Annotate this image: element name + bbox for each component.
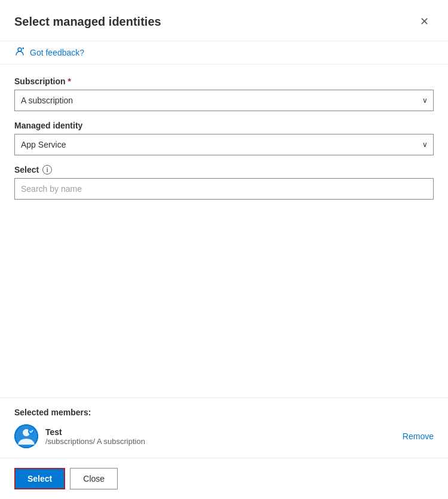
select-field-label: Select i [14,165,434,175]
dialog-header: Select managed identities ✕ [0,0,448,41]
subscription-dropdown[interactable]: A subscription [14,90,434,111]
selected-members-section: Selected members: Test /subscriptions/ A… [0,397,448,458]
selected-members-title: Selected members: [14,408,434,417]
dialog-body: Subscription * A subscription ∨ Managed … [0,65,448,397]
managed-identity-dropdown[interactable]: App Service [14,134,434,155]
required-indicator: * [68,76,71,86]
select-info-icon[interactable]: i [42,165,52,175]
member-name: Test [45,427,395,437]
svg-point-5 [29,429,33,434]
close-icon: ✕ [420,15,429,28]
feedback-bar: Got feedback? [0,41,448,65]
close-icon-button[interactable]: ✕ [415,12,434,31]
managed-identity-field-group: Managed identity App Service ∨ [14,121,434,155]
member-path: /subscriptions/ A subscription [45,437,395,446]
subscription-dropdown-wrapper: A subscription ∨ [14,90,434,111]
dialog-title: Select managed identities [14,15,161,29]
svg-point-0 [18,48,22,51]
search-input[interactable] [14,178,434,200]
member-avatar [14,424,38,448]
select-field-group: Select i [14,165,434,200]
member-info: Test /subscriptions/ A subscription [45,427,395,446]
feedback-link[interactable]: Got feedback? [30,48,84,57]
subscription-label: Subscription * [14,76,434,86]
managed-identity-label: Managed identity [14,121,434,130]
close-button[interactable]: Close [70,468,118,489]
subscription-field-group: Subscription * A subscription ∨ [14,76,434,111]
dialog-footer: Select Close [0,458,448,499]
select-button[interactable]: Select [14,468,65,489]
body-spacer [14,209,434,385]
select-managed-identities-dialog: Select managed identities ✕ Got feedback… [0,0,448,499]
member-item: Test /subscriptions/ A subscription Remo… [14,424,434,448]
feedback-icon [14,46,25,59]
remove-member-link[interactable]: Remove [403,431,434,441]
managed-identity-dropdown-wrapper: App Service ∨ [14,134,434,155]
